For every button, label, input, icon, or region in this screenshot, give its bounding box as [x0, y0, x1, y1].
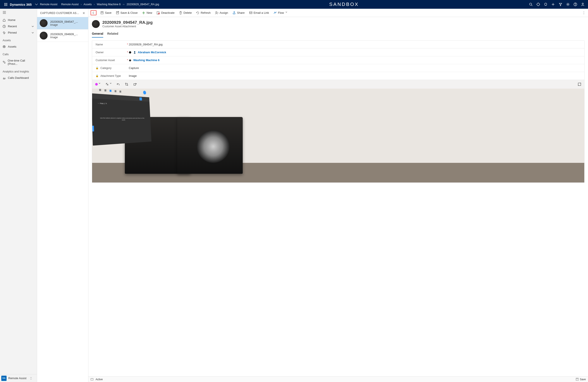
image-preview[interactable]: ← Hvac 1 ✎ Use the buttons above to capt… — [92, 89, 584, 183]
crop-icon[interactable] — [125, 83, 128, 86]
save-icon — [576, 378, 579, 381]
svg-rect-18 — [576, 378, 578, 381]
search-icon[interactable] — [529, 3, 533, 6]
breadcrumb-item[interactable]: Assets — [84, 3, 92, 6]
field-value: Image — [129, 74, 581, 78]
field-owner[interactable]: Owner * Abraham McCormick — [92, 48, 584, 56]
list-item[interactable]: 20200929_094609_... Image — [37, 29, 88, 42]
area-label: Remote Assist — [8, 377, 26, 380]
sitemap-nav: Home Recent Pinned Assets Assets Calls O… — [0, 9, 37, 382]
global-header: Dynamics 365 Remote Assist Remote Assist… — [0, 0, 588, 9]
overflow-button[interactable]: ⋮ — [582, 11, 586, 15]
svg-point-11 — [216, 12, 217, 13]
close-panel-icon[interactable]: ✕ — [83, 11, 85, 15]
field-value[interactable]: Washing Machine 6 — [129, 59, 581, 62]
assign-icon — [215, 11, 218, 14]
updown-icon — [30, 377, 32, 380]
footer-save-button[interactable]: Save — [576, 378, 586, 381]
refresh-button[interactable]: Refresh — [196, 10, 211, 15]
field-attachment-type: 🔒Attachment Type Image — [92, 72, 584, 80]
breadcrumb: Remote Assist Remote Assist › Assets › W… — [40, 3, 159, 6]
back-button[interactable] — [91, 10, 96, 15]
share-button[interactable]: Share — [232, 10, 245, 15]
nav-label: Recent — [8, 25, 17, 28]
assign-button[interactable]: Assign — [214, 10, 229, 15]
record-header: 20200929_094547_RA.jpg Customer Asset At… — [92, 19, 585, 29]
breadcrumb-item[interactable]: Remote Assist — [61, 3, 79, 6]
area-switcher[interactable]: RA Remote Assist — [0, 374, 37, 382]
nav-recent[interactable]: Recent — [0, 23, 37, 29]
plus-icon[interactable] — [551, 3, 555, 6]
record-list-panel: CAPTURED CUSTOMER ASSET ... ✕ 20200929_0… — [37, 9, 88, 382]
delete-button[interactable]: Delete — [179, 10, 192, 15]
svg-point-5 — [582, 3, 583, 4]
color-picker[interactable] — [95, 83, 101, 86]
chevron-down-icon — [285, 11, 287, 14]
record-title: 20200929_094547_RA.jpg — [102, 20, 153, 25]
tab-related[interactable]: Related — [107, 31, 118, 38]
nav-home[interactable]: Home — [0, 17, 37, 23]
tab-general[interactable]: General — [92, 31, 103, 38]
filter-icon[interactable] — [559, 3, 562, 6]
status-value: Active — [96, 378, 103, 381]
nav-onetime-call[interactable]: One-time Call (Previ... — [0, 57, 37, 67]
save-close-button[interactable]: Save & Close — [115, 10, 138, 15]
cube-icon — [3, 45, 6, 48]
svg-rect-12 — [250, 12, 252, 14]
field-customer-asset[interactable]: Customer Asset * Washing Machine 6 — [92, 56, 584, 64]
thumbnail — [40, 32, 48, 40]
nav-pinned[interactable]: Pinned — [0, 29, 37, 36]
app-launcher-icon[interactable] — [4, 3, 7, 6]
nav-label: One-time Call (Previ... — [8, 59, 34, 65]
gear-icon[interactable] — [566, 3, 570, 6]
field-value[interactable]: Abraham McCormick — [129, 51, 581, 54]
deactivate-icon — [156, 11, 160, 14]
command-bar: Save Save & Close New Deactivate Delete … — [88, 9, 588, 17]
breadcrumb-item: 20200929_094547_RA.jpg — [126, 3, 159, 6]
help-icon[interactable] — [574, 3, 577, 6]
email-link-button[interactable]: Email a Link — [249, 10, 270, 15]
clock-icon — [129, 51, 132, 54]
status-icon[interactable] — [91, 378, 93, 381]
nav-toggle[interactable] — [0, 9, 37, 17]
brand-label[interactable]: Dynamics 365 — [10, 3, 32, 6]
breadcrumb-item[interactable]: Remote Assist — [40, 3, 57, 6]
chart-icon — [3, 76, 6, 80]
svg-rect-17 — [91, 379, 93, 380]
user-icon[interactable] — [581, 3, 585, 6]
nav-calls-dashboard[interactable]: Calls Dashboard — [0, 75, 37, 81]
deactivate-button[interactable]: Deactivate — [156, 10, 175, 15]
target-icon[interactable] — [537, 3, 540, 6]
field-value[interactable]: 20200929_094547_RA.jpg — [129, 43, 581, 46]
nav-group-calls: Calls — [0, 50, 37, 57]
list-item[interactable]: 20200929_094547_... Image — [37, 17, 88, 29]
phone-icon — [3, 61, 5, 64]
record-subtitle: Customer Asset Attachment — [102, 25, 153, 28]
svg-point-2 — [567, 4, 568, 5]
field-value: Capture — [129, 66, 581, 70]
hololens-hud: ← Hvac 1 ✎ Use the buttons above to capt… — [92, 93, 151, 146]
rotate-icon[interactable] — [133, 83, 137, 86]
plus-icon — [142, 11, 145, 14]
marker-tool[interactable] — [105, 83, 112, 86]
refresh-icon — [196, 11, 199, 14]
field-name[interactable]: Name * 20200929_094547_RA.jpg — [92, 41, 584, 48]
breadcrumb-item[interactable]: Washing Machine 6 — [97, 3, 121, 6]
save-button[interactable]: Save — [100, 10, 112, 15]
svg-rect-7 — [101, 12, 103, 14]
mail-icon — [249, 11, 252, 14]
undo-icon[interactable] — [117, 83, 120, 86]
chevron-down-icon[interactable] — [35, 3, 38, 6]
chevron-down-icon — [99, 83, 101, 86]
thumbnail — [40, 19, 48, 27]
flow-button[interactable]: Flow — [273, 10, 288, 15]
header-icons — [529, 3, 586, 6]
list-item-name: 20200929_094609_... — [50, 33, 78, 36]
list-item-sub: Image — [50, 36, 78, 39]
nav-assets[interactable]: Assets — [0, 43, 37, 50]
lightbulb-icon[interactable] — [544, 3, 547, 6]
nav-label: Home — [8, 18, 16, 21]
form-card: Name * 20200929_094547_RA.jpg Owner * Ab… — [92, 40, 585, 183]
new-button[interactable]: New — [141, 10, 153, 15]
expand-icon[interactable] — [578, 83, 581, 86]
